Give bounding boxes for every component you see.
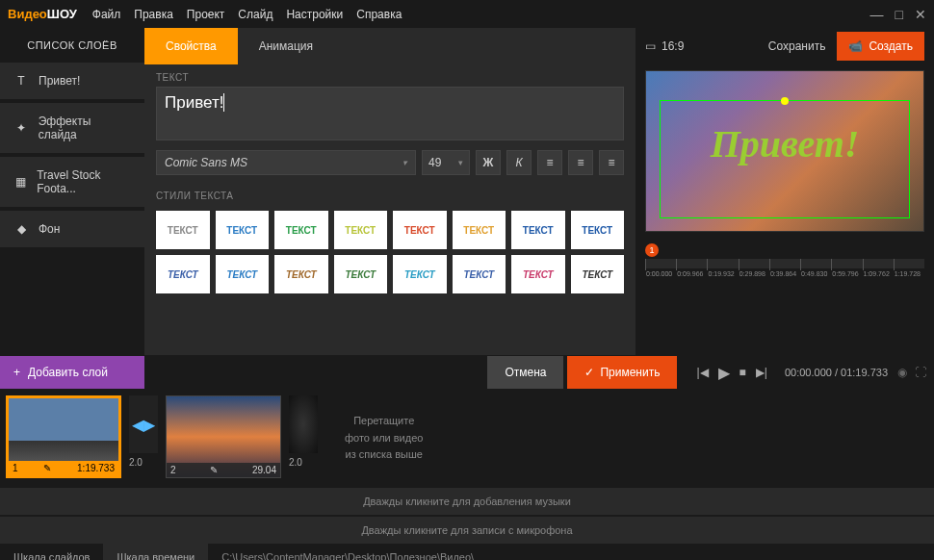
close-button[interactable]: ✕ bbox=[915, 7, 926, 22]
action-row: +Добавить слой Отмена ✓Применить |◀ ▶ ■ … bbox=[0, 355, 934, 390]
footer-path: C:\Users\ContentManager\Desktop\Полезное… bbox=[208, 551, 487, 560]
font-family-select[interactable]: Comic Sans MS▾ bbox=[156, 150, 416, 175]
footer: Шкала слайдов Шкала времени C:\Users\Con… bbox=[0, 544, 934, 560]
next-button[interactable]: ▶| bbox=[756, 366, 767, 379]
menu-settings[interactable]: Настройки bbox=[286, 8, 343, 21]
text-icon: T bbox=[13, 74, 29, 88]
ruler-tick: 0:49.830 bbox=[800, 259, 831, 270]
add-layer-button[interactable]: +Добавить слой bbox=[0, 356, 144, 389]
ruler-tick: 0:00.000 bbox=[645, 259, 676, 270]
preview-timeline[interactable]: 1 0:00.0000:09.9660:19.9320:29.8980:39.8… bbox=[645, 243, 924, 268]
layer-item-effects[interactable]: ✦Эффекты слайда bbox=[0, 103, 144, 153]
save-button[interactable]: Сохранить bbox=[768, 39, 826, 53]
text-style-preset[interactable]: ТЕКСТ bbox=[156, 255, 210, 293]
music-track[interactable]: Дважды кликните для добавления музыки bbox=[0, 488, 934, 515]
text-style-preset[interactable]: ТЕКСТ bbox=[571, 211, 625, 249]
chevron-down-icon: ▾ bbox=[402, 158, 407, 167]
menu-project[interactable]: Проект bbox=[187, 8, 225, 21]
transition-icon: ◀▶ bbox=[132, 416, 155, 434]
edit-icon[interactable]: ✎ bbox=[43, 463, 51, 473]
ruler-tick: 0:09.966 bbox=[676, 259, 707, 270]
ruler-tick: 0:59.796 bbox=[831, 259, 862, 270]
ruler-tick: 0:39.864 bbox=[769, 259, 800, 270]
titlebar: ВидеоШОУ Файл Правка Проект Слайд Настро… bbox=[0, 0, 934, 28]
aspect-ratio[interactable]: ▭16:9 bbox=[645, 39, 684, 53]
layer-item-text[interactable]: TПривет! bbox=[0, 63, 144, 99]
menu-slide[interactable]: Слайд bbox=[238, 8, 272, 21]
slide-thumbnail-1[interactable]: 1✎1:19.733 bbox=[6, 395, 121, 478]
text-style-preset[interactable]: ТЕКСТ bbox=[334, 255, 388, 293]
text-style-preset[interactable]: ТЕКСТ bbox=[393, 255, 447, 293]
chevron-down-icon: ▾ bbox=[458, 158, 463, 167]
mic-track[interactable]: Дважды кликните для записи с микрофона bbox=[0, 517, 934, 544]
text-style-preset[interactable]: ТЕКСТ bbox=[274, 255, 328, 293]
menu-file[interactable]: Файл bbox=[92, 8, 121, 21]
ruler-tick: 0:29.898 bbox=[739, 259, 769, 270]
ruler-tick: 0:19.932 bbox=[707, 259, 738, 270]
transition-2[interactable] bbox=[289, 395, 318, 453]
stop-button[interactable]: ■ bbox=[739, 366, 746, 379]
text-style-preset[interactable]: ТЕКСТ bbox=[511, 255, 565, 293]
align-right-button[interactable]: ≡ bbox=[599, 150, 624, 175]
create-button[interactable]: 📹Создать bbox=[837, 32, 924, 61]
text-style-preset[interactable]: ТЕКСТ bbox=[453, 211, 506, 249]
text-style-preset[interactable]: ТЕКСТ bbox=[216, 255, 270, 293]
prev-button[interactable]: |◀ bbox=[696, 366, 708, 379]
text-style-preset[interactable]: ТЕКСТ bbox=[511, 211, 565, 249]
check-icon: ✓ bbox=[584, 366, 594, 379]
menu-edit[interactable]: Правка bbox=[134, 8, 173, 21]
fullscreen-button[interactable]: ⛶ bbox=[915, 366, 926, 379]
layer-item-background[interactable]: ◆Фон bbox=[0, 211, 144, 247]
main-menu: Файл Правка Проект Слайд Настройки Справ… bbox=[92, 8, 402, 21]
text-style-preset[interactable]: ТЕКСТ bbox=[274, 211, 328, 249]
rotate-handle[interactable] bbox=[781, 97, 789, 105]
ruler-tick: 1:09.762 bbox=[863, 259, 894, 270]
text-style-preset[interactable]: ТЕКСТ bbox=[453, 255, 506, 293]
layer-item-video[interactable]: ▦Travel Stock Foota... bbox=[0, 157, 144, 207]
properties-panel: Свойства Анимация ТЕКСТ Привет! Comic Sa… bbox=[144, 28, 636, 355]
italic-button[interactable]: К bbox=[506, 150, 532, 175]
timecode: 00:00.000 / 01:19.733 bbox=[785, 367, 888, 378]
play-button[interactable]: ▶ bbox=[718, 364, 730, 382]
tab-animation[interactable]: Анимация bbox=[238, 28, 334, 64]
timeline-marker[interactable]: 1 bbox=[645, 243, 659, 257]
minimize-button[interactable]: — bbox=[870, 7, 884, 22]
menu-help[interactable]: Справка bbox=[356, 8, 402, 21]
maximize-button[interactable]: □ bbox=[895, 7, 903, 22]
text-style-preset[interactable]: ТЕКСТ bbox=[571, 255, 625, 293]
layer-label: Travel Stock Foota... bbox=[37, 168, 131, 195]
bucket-icon: ◆ bbox=[13, 222, 29, 236]
text-style-preset[interactable]: ТЕКСТ bbox=[393, 211, 447, 249]
edit-icon[interactable]: ✎ bbox=[210, 465, 218, 475]
align-center-button[interactable]: ≡ bbox=[568, 150, 593, 175]
text-style-preset[interactable]: ТЕКСТ bbox=[334, 211, 388, 249]
text-field-label: ТЕКСТ bbox=[144, 64, 636, 87]
layer-label: Эффекты слайда bbox=[39, 115, 131, 141]
monitor-icon: ▭ bbox=[645, 39, 656, 53]
tab-properties[interactable]: Свойства bbox=[144, 28, 238, 64]
align-left-button[interactable]: ≡ bbox=[537, 150, 562, 175]
app-logo: ВидеоШОУ bbox=[8, 7, 77, 21]
styles-label: СТИЛИ ТЕКСТА bbox=[156, 183, 624, 205]
text-style-preset[interactable]: ТЕКСТ bbox=[156, 211, 210, 249]
sidebar-title: СПИСОК СЛОЁВ bbox=[0, 28, 144, 63]
preview-canvas[interactable]: Привет! bbox=[645, 70, 924, 232]
apply-button[interactable]: ✓Применить bbox=[567, 356, 677, 389]
text-style-preset[interactable]: ТЕКСТ bbox=[216, 211, 270, 249]
footer-tab-slides[interactable]: Шкала слайдов bbox=[0, 544, 103, 560]
plus-icon: + bbox=[13, 366, 20, 379]
bold-button[interactable]: Ж bbox=[476, 150, 501, 175]
preview-text-overlay[interactable]: Привет! bbox=[711, 120, 860, 165]
snapshot-button[interactable]: ◉ bbox=[897, 366, 907, 379]
preview-panel: ▭16:9 Сохранить 📹Создать Привет! 1 0:00.… bbox=[636, 28, 934, 355]
ruler-tick: 1:19.728 bbox=[894, 259, 924, 270]
slide-strip: 1✎1:19.733 ◀▶ 2.0 2✎29.04 2.0 Перетащите… bbox=[0, 390, 934, 486]
slide-thumbnail-2[interactable]: 2✎29.04 bbox=[166, 395, 281, 478]
layers-sidebar: СПИСОК СЛОЁВ TПривет! ✦Эффекты слайда ▦T… bbox=[0, 28, 144, 355]
transition-1[interactable]: ◀▶ bbox=[129, 395, 158, 453]
dropzone[interactable]: Перетащитефото или видеоиз списка выше bbox=[345, 395, 423, 464]
text-input[interactable]: Привет! bbox=[156, 87, 624, 140]
font-size-select[interactable]: 49▾ bbox=[422, 150, 470, 175]
footer-tab-timeline[interactable]: Шкала времени bbox=[103, 544, 208, 560]
cancel-button[interactable]: Отмена bbox=[487, 356, 563, 389]
